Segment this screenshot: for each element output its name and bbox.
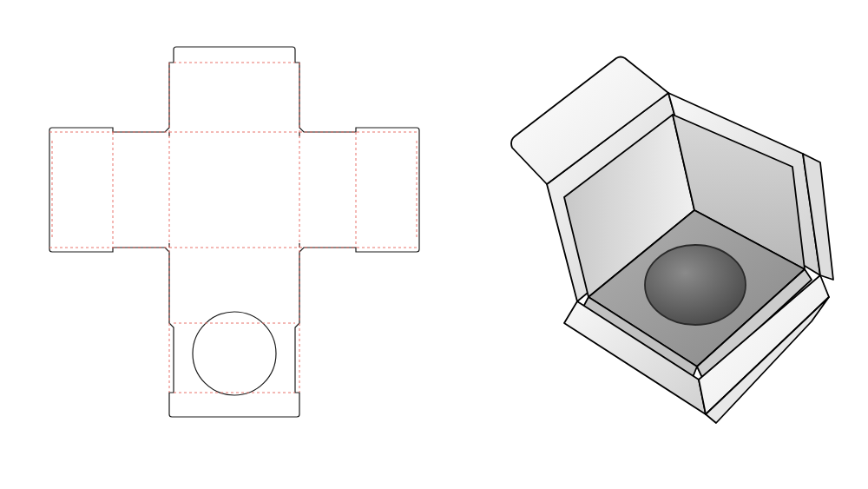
circular-cutout	[645, 245, 746, 325]
dieline-template	[22, 28, 456, 462]
svg-point-0	[193, 312, 276, 395]
box-3d-render	[499, 28, 846, 462]
cut-lines	[49, 47, 419, 417]
box-assembly	[511, 56, 833, 423]
dieline-svg	[22, 28, 456, 462]
render-svg	[499, 28, 846, 462]
diagram-container	[0, 0, 868, 489]
fold-lines	[49, 63, 419, 393]
